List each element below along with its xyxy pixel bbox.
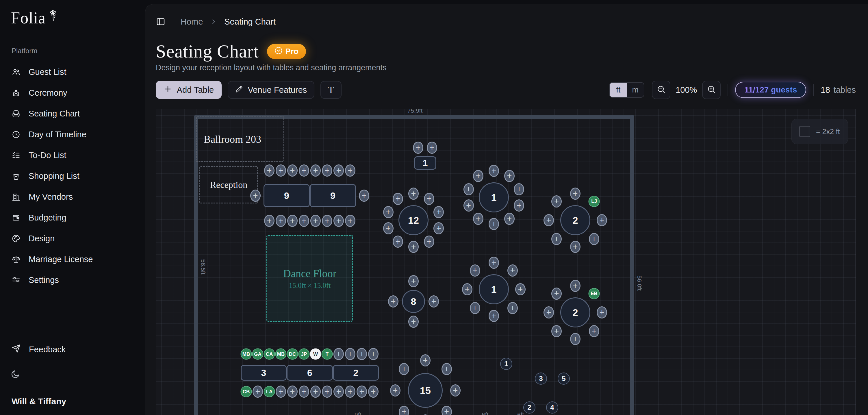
seat-empty[interactable]: + [399,363,409,375]
seat-empty[interactable]: + [310,215,321,227]
seat-empty[interactable]: + [408,275,419,287]
add-table-button[interactable]: Add Table [156,81,222,99]
sidebar-item-seating-chart[interactable]: Seating Chart [5,103,141,124]
seat-empty[interactable]: + [345,348,355,360]
seat-empty[interactable]: + [504,213,515,225]
seat-empty[interactable]: + [597,214,607,226]
table-15[interactable]: 15 [408,373,443,408]
seat-empty[interactable]: + [514,199,524,212]
seat-empty[interactable]: + [359,189,369,202]
seat-empty[interactable]: + [589,233,599,245]
seat-guest-EB[interactable]: EB [589,288,600,299]
seat-guest-JP[interactable]: JP [299,349,310,360]
seat-empty[interactable]: + [252,386,263,398]
seat-empty[interactable]: + [514,183,524,195]
sidebar-item-my-vendors[interactable]: My Vendors [5,186,141,207]
seat-empty[interactable]: + [322,165,332,177]
seat-empty[interactable]: + [264,215,275,227]
seat-empty[interactable]: + [408,241,419,253]
seat-empty[interactable]: + [551,288,562,300]
seat-empty[interactable]: + [276,386,286,398]
seat-guest-LJ[interactable]: LJ [589,196,600,207]
table-2[interactable]: 2 [523,402,535,414]
seat-guest-CA[interactable]: CA [264,349,275,360]
table-2[interactable]: 2 [560,205,590,235]
seat-empty[interactable]: + [287,165,298,177]
sidebar-item-design[interactable]: Design [5,228,141,249]
seat-empty[interactable]: + [334,215,344,227]
venue-features-button[interactable]: Venue Features [228,81,314,99]
feedback-button[interactable]: Feedback [5,340,141,359]
table-2[interactable]: 2 [333,365,379,381]
seat-empty[interactable]: + [334,386,344,398]
table-3[interactable]: 3 [535,373,547,385]
seat-empty[interactable]: + [463,183,474,195]
seat-empty[interactable]: + [383,206,394,218]
seat-empty[interactable]: + [570,187,581,200]
seat-empty[interactable]: + [570,280,581,292]
sidebar-item-settings[interactable]: Settings [5,270,141,291]
seat-empty[interactable]: + [570,241,581,253]
unit-ft-button[interactable]: ft [610,83,627,97]
table-1[interactable]: 1 [414,156,436,170]
seat-empty[interactable]: + [408,187,419,200]
table-8[interactable]: 8 [402,290,425,313]
seat-empty[interactable]: + [427,142,437,154]
seat-guest-LA[interactable]: LA [264,386,275,397]
seating-canvas[interactable]: 75.9ft 56.5ft 56.0ft Ballroom 203 Recept… [156,109,856,415]
seat-empty[interactable]: + [399,406,409,415]
seat-empty[interactable]: + [276,165,286,177]
seat-empty[interactable]: + [393,236,403,248]
seat-empty[interactable]: + [433,206,444,218]
seat-empty[interactable]: + [473,170,484,182]
seat-guest-CB[interactable]: CB [241,386,252,397]
sidebar-toggle-icon[interactable] [156,17,165,27]
seat-empty[interactable]: + [299,215,309,227]
seat-guest-DC[interactable]: DC [287,349,298,360]
sidebar-item-shopping-list[interactable]: Shopping List [5,166,141,186]
seat-empty[interactable]: + [597,306,607,319]
reception-zone[interactable]: Reception [199,166,258,203]
seat-guest-T[interactable]: T [321,349,333,360]
seat-empty[interactable]: + [441,406,452,415]
seat-empty[interactable]: + [589,325,599,337]
seat-empty[interactable]: + [470,264,480,276]
seat-empty[interactable]: + [473,213,484,225]
seat-empty[interactable]: + [420,354,431,366]
seat-empty[interactable]: + [544,214,554,226]
breadcrumb-home[interactable]: Home [181,17,203,27]
table-2[interactable]: 2 [560,297,590,327]
seat-empty[interactable]: + [424,193,434,205]
seat-guest-MB[interactable]: MB [241,349,252,360]
seat-empty[interactable]: + [551,233,562,245]
seat-empty[interactable]: + [356,386,367,398]
seat-empty[interactable]: + [390,384,401,396]
table-9[interactable]: 9 [264,184,310,207]
ballroom-zone[interactable]: Ballroom 203 [196,116,284,162]
seat-empty[interactable]: + [515,283,526,295]
seat-empty[interactable]: + [345,215,355,227]
seat-empty[interactable]: + [507,302,518,314]
seat-empty[interactable]: + [322,215,332,227]
seat-empty[interactable]: + [462,283,472,295]
seat-empty[interactable]: + [287,215,298,227]
sidebar-item-marriage-license[interactable]: Marriage License [5,249,141,270]
sidebar-item-guest-list[interactable]: Guest List [5,62,141,82]
text-tool-button[interactable]: T [320,81,342,99]
table-3[interactable]: 3 [241,365,287,381]
dance-floor[interactable]: Dance Floor 15.0ft × 15.0ft [267,235,353,322]
zoom-out-button[interactable] [652,81,670,99]
seat-empty[interactable]: + [463,199,474,212]
seat-empty[interactable]: + [450,384,461,396]
seat-empty[interactable]: + [544,306,554,319]
seat-empty[interactable]: + [368,386,378,398]
seat-empty[interactable]: + [250,189,260,202]
table-4[interactable]: 4 [546,402,558,414]
seat-empty[interactable]: + [299,165,309,177]
seat-empty[interactable]: + [356,348,367,360]
seat-empty[interactable]: + [368,348,378,360]
seat-empty[interactable]: + [334,348,344,360]
seat-empty[interactable]: + [413,142,423,154]
seat-empty[interactable]: + [334,165,344,177]
seat-empty[interactable]: + [504,170,515,182]
